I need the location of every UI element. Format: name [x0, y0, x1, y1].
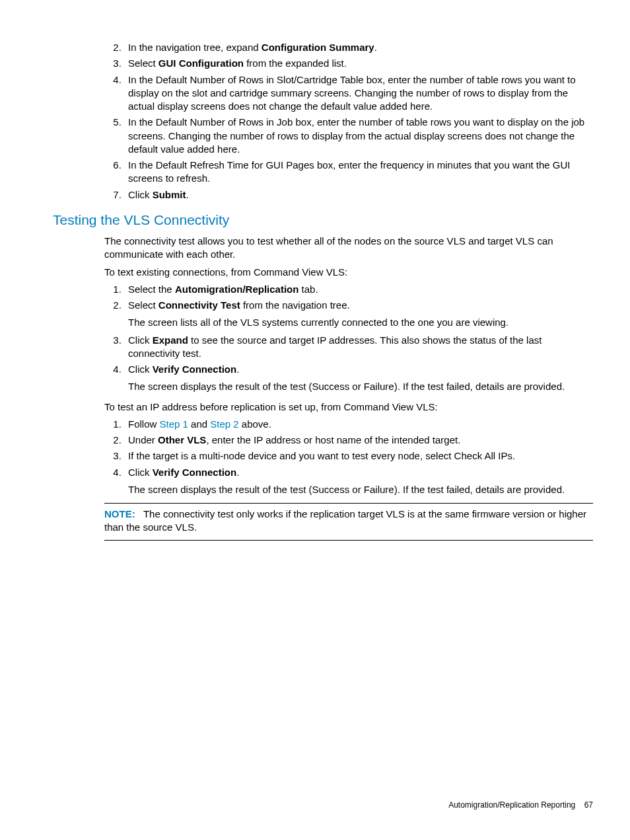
paragraph: To text existing connections, from Comma…	[104, 266, 593, 279]
ordered-list-3: Follow Step 1 and Step 2 above. Under Ot…	[53, 418, 593, 496]
sub-paragraph: The screen lists all of the VLS systems …	[128, 316, 593, 329]
link-step-2[interactable]: Step 2	[210, 418, 238, 430]
list-item: Click Verify Connection. The screen disp…	[124, 363, 593, 394]
list-item: In the navigation tree, expand Configura…	[124, 41, 593, 54]
sub-paragraph: The screen displays the result of the te…	[128, 483, 593, 496]
link-step-1[interactable]: Step 1	[160, 418, 188, 430]
list-item: Select the Automigration/Replication tab…	[124, 283, 593, 296]
ordered-list-1: In the navigation tree, expand Configura…	[53, 41, 593, 202]
divider	[104, 540, 593, 541]
sub-paragraph: The screen displays the result of the te…	[128, 380, 593, 393]
ordered-list-2: Select the Automigration/Replication tab…	[53, 283, 593, 394]
note-text: The connectivity test only works if the …	[104, 508, 586, 533]
note-block: NOTE: The connectivity test only works i…	[104, 508, 593, 535]
list-item: Select GUI Configuration from the expand…	[124, 57, 593, 70]
list-item: Click Verify Connection. The screen disp…	[124, 466, 593, 497]
list-item: Click Expand to see the source and targe…	[124, 334, 593, 361]
section-heading: Testing the VLS Connectivity	[53, 211, 593, 229]
list-item: Under Other VLS, enter the IP address or…	[124, 434, 593, 447]
list-item: In the Default Refresh Time for GUI Page…	[124, 159, 593, 186]
list-item: If the target is a multi-node device and…	[124, 449, 593, 463]
list-item: In the Default Number of Rows in Slot/Ca…	[124, 73, 593, 114]
paragraph: The connectivity test allows you to test…	[104, 235, 593, 262]
note-label: NOTE:	[104, 508, 135, 519]
divider	[104, 503, 593, 504]
list-item: In the Default Number of Rows in Job box…	[124, 116, 593, 156]
list-item: Click Submit.	[124, 188, 593, 202]
list-item: Select Connectivity Test from the naviga…	[124, 299, 593, 330]
paragraph: To test an IP address before replication…	[104, 401, 593, 414]
list-item: Follow Step 1 and Step 2 above.	[124, 418, 593, 431]
page-footer: Automigration/Replication Reporting 67	[448, 800, 593, 810]
